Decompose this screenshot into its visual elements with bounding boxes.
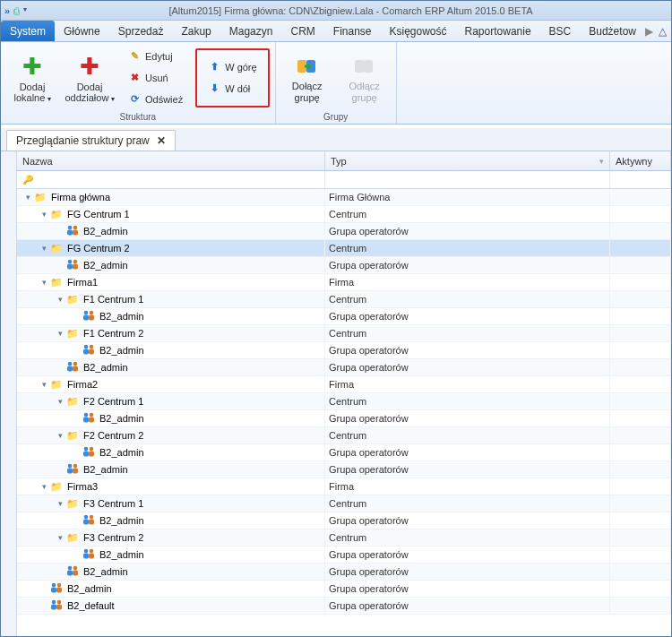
column-header-typ[interactable]: Typ ▾	[325, 151, 610, 170]
cell-nazwa[interactable]: ▾📁FG Centrum 2	[17, 240, 325, 256]
menu-tab-bsc[interactable]: BSC	[540, 21, 581, 41]
cell-nazwa[interactable]: B2_admin	[17, 461, 325, 478]
grid-body[interactable]: ▾📁Firma głównaFirma Główna▾📁FG Centrum 1…	[17, 189, 671, 636]
tree-row[interactable]: B2_adminGrupa operatorów	[17, 308, 671, 325]
tree-row[interactable]: ▾📁Firma głównaFirma Główna	[17, 189, 671, 206]
expand-toggle[interactable]: ▾	[55, 295, 65, 304]
cell-nazwa[interactable]: ▾📁Firma1	[17, 274, 325, 290]
cell-nazwa[interactable]: B2_admin	[17, 308, 325, 324]
tree-row[interactable]: ▾📁FG Centrum 1Centrum	[17, 206, 671, 223]
w-dol-button[interactable]: ⬇ W dół	[204, 79, 260, 99]
tree-row[interactable]: B2_adminGrupa operatorów	[17, 410, 671, 427]
usun-button[interactable]: ✖ Usuń	[125, 68, 186, 88]
tree-row[interactable]: B2_adminGrupa operatorów	[17, 359, 671, 376]
menu-tab-glowne[interactable]: Główne	[55, 21, 109, 41]
cell-nazwa[interactable]: B2_admin	[17, 257, 325, 273]
tree-row[interactable]: B2_adminGrupa operatorów	[17, 564, 671, 581]
cell-nazwa[interactable]: B2_admin	[17, 342, 325, 358]
filter-aktywny-input[interactable]	[610, 171, 671, 188]
cell-nazwa[interactable]: ▾📁FG Centrum 1	[17, 206, 325, 222]
tree-row[interactable]: B2_defaultGrupa operatorów	[17, 598, 671, 615]
tree-row[interactable]: B2_adminGrupa operatorów	[17, 223, 671, 240]
expand-toggle[interactable]: ▾	[55, 499, 65, 508]
menu-tab-zakup[interactable]: Zakup	[172, 21, 220, 41]
cell-nazwa[interactable]: B2_admin	[17, 223, 325, 239]
tree-row[interactable]: B2_adminGrupa operatorów	[17, 257, 671, 274]
cell-nazwa[interactable]: ▾📁Firma główna	[17, 189, 325, 205]
quick-icon[interactable]: ⎙	[13, 5, 20, 16]
dodaj-lokalne-button[interactable]: ✚ Dodaj lokalne	[6, 47, 58, 109]
menu-tab-system[interactable]: System	[1, 21, 55, 41]
cell-nazwa[interactable]: B2_admin	[17, 410, 325, 426]
w-gore-button[interactable]: ⬆ W górę	[204, 57, 260, 77]
filter-icon[interactable]: ▾	[599, 157, 604, 166]
cell-nazwa[interactable]: ▾📁F2 Centrum 1	[17, 393, 325, 409]
cell-nazwa[interactable]: ▾📁F3 Centrum 1	[17, 495, 325, 512]
tree-row[interactable]: B2_adminGrupa operatorów	[17, 547, 671, 564]
tree-row[interactable]: ▾📁Firma1Firma	[17, 274, 671, 291]
cell-nazwa[interactable]: ▾📁F2 Centrum 2	[17, 427, 325, 443]
expand-toggle[interactable]: ▾	[39, 244, 49, 253]
collapse-ribbon-icon[interactable]: △	[659, 25, 667, 38]
svg-rect-17	[83, 349, 89, 355]
cell-nazwa[interactable]: ▾📁Firma3	[17, 478, 325, 495]
expand-toggle[interactable]: ▾	[55, 533, 65, 542]
tree-row[interactable]: ▾📁F3 Centrum 2Centrum	[17, 529, 671, 547]
menu-tab-finanse[interactable]: Finanse	[324, 21, 381, 41]
edytuj-label: Edytuj	[145, 51, 173, 62]
menu-tab-raportowanie[interactable]: Raportowanie	[456, 21, 540, 41]
expand-toggle[interactable]: ▾	[39, 210, 49, 219]
menu-tab-ksiegowosc[interactable]: Księgowość	[381, 21, 456, 41]
tree-row[interactable]: ▾📁Firma3Firma	[17, 478, 671, 495]
cell-nazwa[interactable]: ▾📁F1 Centrum 1	[17, 291, 325, 307]
tree-row[interactable]: ▸▾📁FG Centrum 2Centrum	[17, 240, 671, 257]
tree-row[interactable]: ▾📁F2 Centrum 2Centrum	[17, 427, 671, 444]
menu-tab-budzet[interactable]: Budżetow	[580, 21, 645, 41]
users-icon	[82, 445, 96, 460]
menu-tab-magazyn[interactable]: Magazyn	[220, 21, 282, 41]
tree-row[interactable]: B2_adminGrupa operatorów	[17, 581, 671, 598]
expand-toggle[interactable]: ▾	[39, 482, 49, 491]
expand-toggle[interactable]: ▾	[55, 397, 65, 406]
tree-row[interactable]: B2_adminGrupa operatorów	[17, 461, 671, 478]
cell-nazwa[interactable]: B2_default	[17, 598, 325, 614]
cell-nazwa[interactable]: B2_admin	[17, 564, 325, 580]
quick-dropdown[interactable]: ▾	[23, 5, 27, 16]
expand-toggle[interactable]: ▾	[39, 278, 49, 287]
tree-row[interactable]: B2_adminGrupa operatorów	[17, 342, 671, 359]
edytuj-button[interactable]: ✎ Edytuj	[125, 47, 186, 66]
nav-forward-icon[interactable]: ▶	[645, 25, 653, 38]
cell-nazwa[interactable]: B2_admin	[17, 581, 325, 597]
expand-toggle[interactable]: ▾	[55, 431, 65, 440]
document-tab[interactable]: Przeglądanie struktury praw ✕	[6, 130, 176, 151]
expand-toggle[interactable]: ▾	[55, 329, 65, 338]
filter-typ-input[interactable]	[325, 171, 610, 188]
expand-toggle[interactable]: ▾	[39, 380, 49, 389]
column-header-nazwa[interactable]: Nazwa	[17, 151, 325, 170]
cell-nazwa[interactable]: ▾📁F3 Centrum 2	[17, 529, 325, 546]
cell-nazwa[interactable]: B2_admin	[17, 444, 325, 461]
menu-tab-crm[interactable]: CRM	[281, 21, 323, 41]
dolacz-grupe-button[interactable]: Dołącz grupę	[281, 47, 333, 109]
close-tab-icon[interactable]: ✕	[157, 134, 166, 147]
cell-nazwa[interactable]: ▾📁Firma2	[17, 376, 325, 392]
cell-nazwa[interactable]: B2_admin	[17, 359, 325, 375]
odlacz-grupe-button[interactable]: Odłącz grupę	[339, 47, 391, 109]
tree-row[interactable]: B2_adminGrupa operatorów	[17, 512, 671, 529]
tree-row[interactable]: ▾📁F1 Centrum 1Centrum	[17, 291, 671, 308]
tree-row[interactable]: ▾📁F3 Centrum 1Centrum	[17, 495, 671, 512]
node-label: B2_admin	[96, 515, 144, 526]
tree-row[interactable]: B2_adminGrupa operatorów	[17, 444, 671, 461]
menu-tab-sprzedaz[interactable]: Sprzedaż	[109, 21, 173, 41]
expand-toggle[interactable]: ▾	[22, 193, 33, 202]
dodaj-oddzialowo-button[interactable]: ✚ Dodaj oddziałow	[64, 47, 116, 109]
column-header-aktywny[interactable]: Aktywny	[610, 151, 671, 170]
tree-row[interactable]: ▾📁F2 Centrum 1Centrum	[17, 393, 671, 410]
tree-row[interactable]: ▾📁F1 Centrum 2Centrum	[17, 325, 671, 342]
permissions-tree-grid[interactable]: Nazwa Typ ▾ Aktywny 🔑 ▾📁Firma głównaFirm…	[17, 151, 671, 636]
odswiez-button[interactable]: ⟳ Odśwież	[125, 90, 186, 109]
cell-nazwa[interactable]: B2_admin	[17, 512, 325, 529]
tree-row[interactable]: ▾📁Firma2Firma	[17, 376, 671, 393]
cell-nazwa[interactable]: ▾📁F1 Centrum 2	[17, 325, 325, 341]
cell-nazwa[interactable]: B2_admin	[17, 547, 325, 563]
